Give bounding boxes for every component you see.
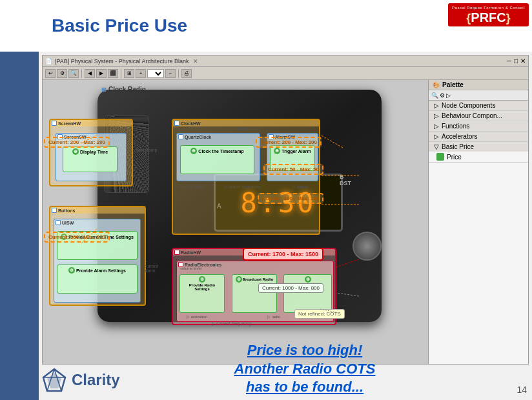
clarity-diamond-icon: [42, 368, 66, 392]
palette-title: 🎨 Palette: [429, 80, 528, 90]
display-time-box: ⊕ Display Time: [63, 146, 118, 172]
activation-label: ▷ activation: [187, 314, 207, 319]
palette-section-basic-price: ▽ Basic Price Price: [429, 142, 528, 163]
alarm-activation-label: ▷ alarm activation: [225, 185, 261, 190]
svg-marker-9: [47, 373, 61, 388]
palette-section-node-header[interactable]: ▷ Node Components: [429, 101, 528, 110]
palette-section-behaviour-header[interactable]: ▷ Behaviour Compon...: [429, 111, 528, 121]
eclipse-tab-title[interactable]: [PAB] Physical System - Physical Archite…: [55, 58, 189, 65]
display-time-icon: ⊕: [72, 148, 79, 155]
toolbar-btn-6[interactable]: ⬛: [108, 69, 118, 78]
palette-item-price[interactable]: Price: [429, 152, 528, 162]
palette-nav-icon: ▷: [446, 92, 451, 99]
page-title: Basic Price Use: [52, 15, 187, 36]
not-refined-label: Not refined: COTS: [294, 309, 345, 319]
provide-alarm-box: ⊕ Provide Alarm Settings: [57, 265, 138, 294]
current-time-label: ▷ current time: [174, 185, 203, 190]
annotation-1700: Current: 1700 - Max: 1500: [243, 248, 323, 261]
toolbar-btn-zoom-in[interactable]: +: [136, 69, 146, 78]
clock-radio-title: ⊞ Clock Radio: [97, 85, 150, 94]
annotation-300: Current: 300 - Max: 300: [44, 232, 110, 243]
window-close[interactable]: ✕: [520, 57, 526, 65]
decode-radio-box: ⊕ Decode Radio SignalWaves: [283, 274, 332, 313]
left-sidebar: [0, 0, 39, 400]
eclipse-window: 📄 [PAB] Physical System - Physical Archi…: [42, 55, 529, 365]
clarity-logo: Clarity: [42, 368, 120, 392]
volume-level-label: volume level: [180, 266, 201, 270]
chevron-icon: ▷: [434, 102, 439, 109]
eclipse-toolbar: ↩ ⚙ 🔍 ◀ ▶ ⬛ ⊞ + 100% − 🖨: [43, 67, 528, 80]
logo-prfc: {PRFC}: [452, 11, 525, 24]
annotation-200-1: Current: 200 - Max: 200: [44, 137, 110, 148]
clockHW-icon: [174, 121, 179, 126]
current-frequency-label: ▷ current frequency: [212, 321, 251, 326]
palette-search: 🔍 ⚙ ▷: [429, 90, 528, 101]
annotation-1000: Current: 1000 - Max: 800: [258, 283, 323, 293]
toolbar-btn-5[interactable]: ▶: [96, 69, 107, 78]
radioHW-icon: [174, 250, 179, 255]
sidebar-top-white: [0, 0, 39, 52]
toolbar-btn-print[interactable]: 🖨: [181, 69, 192, 78]
main-content: 📄 [PAB] Physical System - Physical Archi…: [39, 52, 532, 400]
toolbar-btn-2[interactable]: ⚙: [57, 69, 67, 78]
toolbar-btn-1[interactable]: ↩: [45, 69, 56, 78]
annotation-100: Current: 100 - Max: 100: [258, 193, 323, 204]
chevron-down-icon: ▽: [434, 143, 439, 150]
chevron-icon-2: ▷: [434, 112, 439, 119]
provide-radio-box: ⊕ Provide Radio Settings: [179, 274, 225, 313]
toolbar-btn-3[interactable]: 🔍: [68, 69, 79, 78]
provide-radio-icon: ⊕: [199, 276, 205, 283]
screenHW-box: ScreenHW ScreenSW ⊕ Display Time: [49, 119, 133, 186]
filter-icon: ⚙: [440, 92, 445, 99]
bottom-message: Price is too high! Another Radio COTS ha…: [103, 341, 506, 397]
knob: [353, 232, 382, 261]
radio-label: ▷ radio: [267, 314, 280, 319]
price-message-line1: Price is too high!: [103, 341, 506, 360]
zoom-select[interactable]: 100%: [147, 69, 164, 78]
palette-section-node: ▷ Node Components: [429, 101, 528, 111]
window-minimize[interactable]: ─: [507, 57, 511, 65]
clock-timestamp-box: ⊕ Clock the Timestamp: [180, 145, 254, 174]
logo-company: Pascal Roques Formation & Conseil: [452, 6, 525, 10]
canvas-area: 8:30 BDST A ⊞ Clock Radio Scree: [43, 80, 428, 364]
price-icon: [436, 153, 444, 161]
palette-section-accelerators: ▷ Accelerators: [429, 132, 528, 142]
palette-section-functions-header[interactable]: ▷ Functions: [429, 121, 528, 131]
alarm-label: ▷ alarm: [292, 185, 308, 190]
palette-section-functions: ▷ Functions: [429, 121, 528, 132]
eclipse-title-bar: 📄 [PAB] Physical System - Physical Archi…: [43, 55, 528, 67]
logo: Pascal Roques Formation & Conseil {PRFC}: [448, 3, 529, 26]
clock-timestamp-icon: ⊕: [190, 148, 197, 154]
palette-section-behaviour: ▷ Behaviour Compon...: [429, 111, 528, 121]
buttons-icon: [52, 208, 57, 213]
clarity-name: Clarity: [72, 371, 120, 389]
buttons-box: Buttons UISW ⊕ Provide Current Time Sett…: [49, 206, 146, 306]
screenHW-icon: [52, 121, 57, 126]
price-message-line2: Another Radio COTS: [103, 360, 506, 379]
quartzClock-box: QuartzClock ⊕ Clock the Timestamp: [176, 133, 260, 181]
uiSW-icon: [56, 220, 61, 225]
dst-badge: BDST: [340, 174, 351, 186]
chevron-icon-4: ▷: [434, 133, 439, 140]
trigger-alarm-icon: ⊕: [274, 148, 280, 154]
provide-alarm-icon: ⊕: [68, 267, 75, 274]
timestamp-label-2: timestamp: [238, 126, 258, 131]
annotation-200-2: Current: 200 - Max: 200: [256, 137, 322, 148]
window-maximize[interactable]: □: [514, 57, 518, 65]
toolbar-btn-fit[interactable]: ⊞: [124, 69, 134, 78]
chevron-icon-3: ▷: [434, 123, 439, 130]
broadcast-radio-icon: ⊕: [236, 276, 242, 283]
palette-section-accelerators-header[interactable]: ▷ Accelerators: [429, 132, 528, 141]
palette-section-basic-price-header[interactable]: ▽ Basic Price: [429, 142, 528, 152]
timestamp-port-1: ▷: [130, 156, 134, 161]
toolbar-btn-zoom-out[interactable]: −: [165, 69, 176, 78]
palette-panel: 🎨 Palette 🔍 ⚙ ▷ ▷ Node Components ▷ Beha…: [428, 80, 528, 364]
search-icon: 🔍: [431, 92, 438, 99]
toolbar-btn-4[interactable]: ◀: [85, 69, 95, 78]
timestamp-label-1: timestamp: [136, 148, 157, 152]
current-alarm-label: ▷ current alarm: [144, 259, 158, 273]
clockHW-box: ClockHW QuartzClock ⊕ Clock the Timestam…: [172, 119, 320, 235]
broadcast-radio-box: ⊕ Broadcast Radio: [232, 274, 277, 313]
quartzClock-icon: [178, 134, 183, 139]
decode-radio-icon: ⊕: [305, 276, 311, 283]
